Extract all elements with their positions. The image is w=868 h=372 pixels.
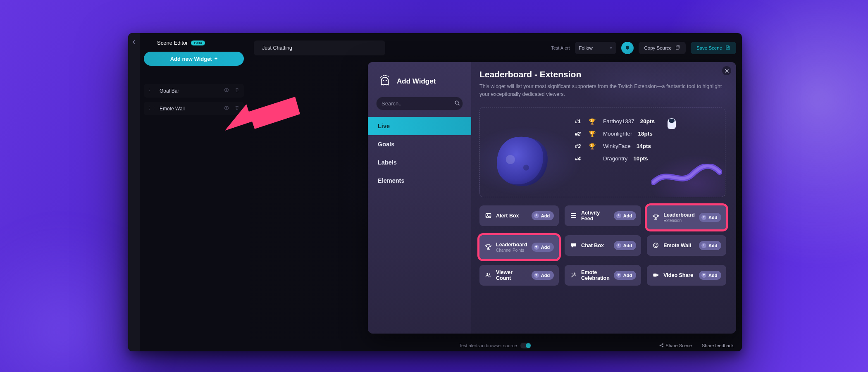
add-widget-button[interactable]: +Add (614, 211, 636, 220)
beta-badge: Beta (191, 41, 205, 45)
plus-icon: + (616, 243, 621, 248)
ghost-icon (378, 74, 392, 88)
share-feedback-link[interactable]: Share feedback (702, 343, 734, 348)
add-widget-button[interactable]: +Add (532, 271, 554, 280)
save-scene-button[interactable]: Save Scene (691, 42, 736, 54)
delete-widget-icon[interactable] (234, 105, 241, 112)
leaderboard-rank: #3 (567, 143, 581, 149)
app-window: Scene Editor Beta Add new Widget + ⋮⋮ Go… (128, 33, 742, 351)
leaderboard-row: #3 🏆 WinkyFace 14pts (567, 143, 655, 150)
scene-tab[interactable]: Just Chatting (254, 41, 385, 55)
scene-widget-item[interactable]: ⋮⋮ Goal Bar (144, 84, 244, 98)
svg-rect-13 (653, 274, 656, 277)
test-alerts-toggle-row: Test alerts in browser source (459, 343, 531, 348)
widget-card[interactable]: Chat Box+Add (565, 235, 641, 256)
share-icon (659, 343, 663, 348)
widget-card-title: Leaderboard (496, 242, 527, 248)
copy-source-button[interactable]: Copy Source (639, 42, 686, 54)
scene-widget-list: ⋮⋮ Goal Bar ⋮⋮ Emote Wall (144, 84, 244, 115)
widget-category-elements[interactable]: Elements (368, 172, 471, 190)
trophy-icon: 🏆 (587, 118, 597, 125)
plus-icon: + (616, 273, 621, 278)
add-new-widget-label: Add new Widget (170, 56, 212, 62)
svg-point-11 (486, 273, 488, 275)
test-alerts-label: Test alerts in browser source (459, 343, 517, 348)
trigger-test-alert-button[interactable] (621, 42, 634, 54)
add-widget-button[interactable]: +Add (699, 241, 721, 250)
collapse-sidebar-button[interactable] (131, 39, 137, 45)
sidebar-collapse-rail (128, 33, 140, 351)
widget-card-title: Emote Celebration (581, 269, 610, 281)
add-widget-modal-title: Add Widget (368, 71, 471, 97)
add-widget-button[interactable]: +Add (614, 271, 636, 280)
editor-topbar: Just Chatting Test Alert Follow ▾ Copy S… (254, 39, 736, 57)
save-icon (725, 45, 730, 51)
test-alerts-toggle[interactable] (520, 343, 531, 348)
widget-category-goals[interactable]: Goals (368, 135, 471, 153)
scene-editor-sidebar: Scene Editor Beta Add new Widget + ⋮⋮ Go… (140, 33, 248, 351)
widget-card-title: Video Share (663, 272, 695, 278)
drag-handle-icon[interactable]: ⋮⋮ (147, 88, 156, 93)
editor-statusbar: Test alerts in browser source Share Scen… (248, 340, 742, 351)
visibility-toggle-icon[interactable] (223, 105, 230, 112)
trophy-icon: 🏆 (587, 143, 597, 150)
widget-card[interactable]: Activity Feed+Add (565, 205, 641, 226)
svg-point-10 (656, 245, 657, 246)
add-widget-label: Add (541, 213, 550, 218)
widget-card[interactable]: LeaderboardExtension+Add (647, 205, 726, 229)
add-new-widget-button[interactable]: Add new Widget + (144, 52, 244, 66)
add-widget-button[interactable]: +Add (614, 241, 636, 250)
plus-icon: + (534, 213, 539, 218)
leaderboard-name: Fartboy1337 (603, 118, 634, 124)
scene-widget-item[interactable]: ⋮⋮ Emote Wall (144, 102, 244, 115)
alert-type-select[interactable]: Follow ▾ (575, 42, 616, 54)
people-icon (484, 272, 492, 278)
svg-point-5 (455, 101, 458, 104)
editor-main: Just Chatting Test Alert Follow ▾ Copy S… (248, 33, 742, 351)
smile-icon (652, 242, 659, 248)
widget-card[interactable]: LeaderboardChannel Points+Add (479, 235, 559, 259)
widget-card[interactable]: Alert Box+Add (479, 205, 559, 226)
add-widget-label: Add (541, 273, 550, 278)
list-icon (570, 212, 577, 219)
add-widget-label: Add (623, 213, 632, 218)
add-widget-label: Add (623, 273, 632, 278)
widget-card-title: Emote Wall (663, 243, 695, 248)
add-widget-modal-content: Leaderboard - Extension This widget will… (471, 62, 736, 334)
plus-icon: + (534, 245, 539, 250)
widget-search-input[interactable] (382, 100, 451, 107)
widget-category-labels[interactable]: Labels (368, 153, 471, 172)
close-modal-button[interactable] (722, 66, 731, 75)
widget-card[interactable]: Emote Wall+Add (647, 235, 726, 256)
leaderboard-points: 20pts (640, 118, 663, 124)
add-widget-button[interactable]: +Add (699, 271, 721, 280)
visibility-toggle-icon[interactable] (223, 87, 230, 94)
add-widget-button[interactable]: +Add (532, 243, 554, 252)
leaderboard-name: Dragontry (603, 155, 627, 162)
preview-title: Leaderboard - Extension (479, 69, 725, 79)
plus-icon: + (701, 273, 706, 278)
add-widget-button[interactable]: +Add (699, 213, 721, 222)
delete-widget-icon[interactable] (234, 88, 241, 94)
plus-icon: + (534, 273, 539, 278)
widget-card-subtitle: Channel Points (496, 248, 527, 253)
svg-point-9 (655, 245, 656, 246)
widget-card[interactable]: Viewer Count+Add (479, 265, 559, 286)
plus-icon: + (701, 215, 706, 220)
chevron-left-icon (132, 40, 136, 44)
add-widget-label: Add (708, 215, 717, 220)
share-scene-link[interactable]: Share Scene (659, 343, 692, 348)
widget-category-live[interactable]: Live (368, 117, 471, 135)
chevron-down-icon: ▾ (610, 46, 612, 50)
scene-widget-name: Emote Wall (160, 106, 219, 112)
plus-icon: + (701, 243, 706, 248)
add-widget-button[interactable]: +Add (532, 211, 554, 220)
svg-point-7 (486, 215, 487, 215)
svg-point-1 (226, 107, 227, 109)
leaderboard-points: 14pts (637, 143, 660, 149)
leaderboard-rank: #4 (567, 155, 581, 162)
widget-card[interactable]: Video Share+Add (647, 265, 726, 286)
widget-card[interactable]: Emote Celebration+Add (565, 265, 641, 286)
drag-handle-icon[interactable]: ⋮⋮ (147, 106, 156, 111)
widget-search-input-wrap[interactable] (376, 97, 463, 110)
